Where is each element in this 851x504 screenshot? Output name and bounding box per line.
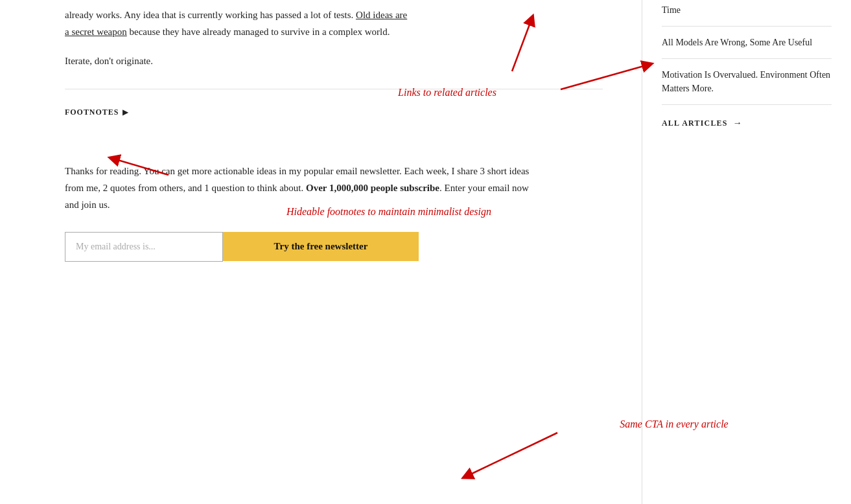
newsletter-description: Thanks for reading. You can get more act… — [65, 163, 531, 214]
sidebar-link-time[interactable]: Time — [662, 5, 681, 15]
main-content: already works. Any idea that is currentl… — [0, 0, 642, 504]
subscribe-button[interactable]: Try the free newsletter — [223, 232, 419, 261]
article-section: already works. Any idea that is currentl… — [65, 0, 603, 130]
article-link-old-ideas[interactable]: Old ideas are — [356, 10, 407, 20]
article-text-line1: already works. Any idea that is currentl… — [65, 10, 407, 20]
article-link-secret-weapon[interactable]: a secret weapon — [65, 27, 127, 37]
all-articles-arrow-icon: → — [733, 118, 743, 128]
footnotes-toggle[interactable]: FOOTNOTES ▶ — [65, 108, 603, 117]
footnotes-label: FOOTNOTES — [65, 108, 119, 117]
newsletter-text-bold: Over 1,000,000 people subscribe — [306, 183, 439, 193]
email-input[interactable] — [65, 232, 223, 262]
article-tagline: Iterate, don't originate. — [65, 52, 603, 69]
all-articles-link[interactable]: ALL ARTICLES → — [662, 118, 832, 128]
sidebar-item-motivation: Motivation Is Overvalued. Environment Of… — [662, 59, 832, 105]
sidebar-item-time: Time — [662, 0, 832, 27]
footnotes-section: FOOTNOTES ▶ — [65, 108, 603, 130]
footnotes-chevron-icon: ▶ — [122, 108, 128, 117]
sidebar-link-motivation[interactable]: Motivation Is Overvalued. Environment Of… — [662, 70, 830, 93]
all-articles-label: ALL ARTICLES — [662, 119, 728, 128]
article-text-line2: a secret weapon because they have alread… — [65, 27, 390, 37]
sidebar-item-models: All Models Are Wrong, Some Are Useful — [662, 27, 832, 59]
article-paragraph: already works. Any idea that is currentl… — [65, 6, 531, 41]
newsletter-section: Thanks for reading. You can get more act… — [65, 130, 531, 281]
newsletter-form: Try the free newsletter — [65, 232, 531, 262]
sidebar-link-models[interactable]: All Models Are Wrong, Some Are Useful — [662, 38, 812, 47]
sidebar: Time All Models Are Wrong, Some Are Usef… — [642, 0, 851, 504]
